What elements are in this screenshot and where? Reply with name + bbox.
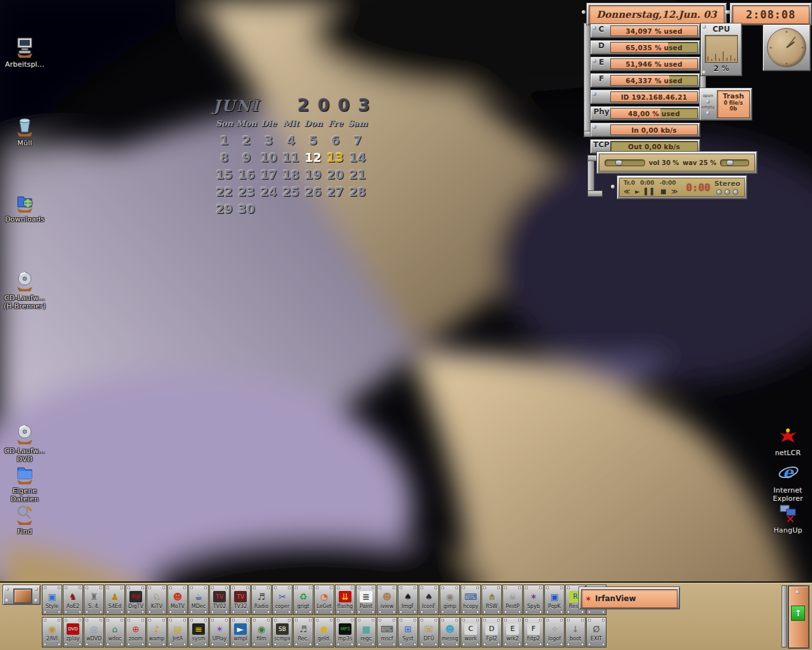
taskbar-app-button[interactable]: digi DigTV [126, 585, 146, 615]
taskbar-app-button[interactable]: ☕ MDec [188, 585, 209, 615]
taskbar-app-button[interactable]: ♪ wamp [147, 617, 167, 647]
taskbar-app-button[interactable]: ⌂ wdoc [105, 617, 125, 647]
taskbar-app-button[interactable]: TV TV32 [230, 585, 251, 615]
taskbar-app-button[interactable]: ☏ DFÜ [419, 617, 439, 647]
desktop-icon-downloads[interactable]: Downloads [0, 190, 49, 223]
taskbar-app-button[interactable]: ☻ MoTV [167, 585, 188, 615]
desktop-icon-hangup[interactable]: ✕ HangUp [763, 501, 812, 534]
desktop-icon-cd-dvd[interactable]: CD-Laufw... DVD [0, 422, 49, 463]
desktop-icon-my-documents[interactable]: Eigene Dateien [0, 462, 49, 503]
desktop-icon-find[interactable]: Find [0, 503, 49, 536]
taskbar-app-button[interactable]: ◉ 2AVI [42, 617, 62, 647]
desktop-icon-netlcr[interactable]: netLCR [763, 425, 812, 457]
taskbar-app-button[interactable]: ♟ S4Ed [105, 585, 125, 615]
taskbar-app-button[interactable]: ⊞ Syst [398, 617, 418, 647]
taskbar-app-button[interactable]: Ø EXIT [586, 617, 606, 647]
player-transport-buttons[interactable]: ≪ ► ▌▌ ■ ≫ [624, 188, 682, 195]
taskbar-app-button[interactable]: ♜ S. 4. [84, 585, 104, 615]
volume-slider[interactable] [605, 159, 645, 166]
taskbar-app-button[interactable]: ◉ gimp [440, 585, 460, 615]
taskbar-app-button[interactable]: ▣ PopK [544, 585, 565, 615]
taskbar-menu-button[interactable] [13, 588, 32, 604]
taskbar-app-button[interactable]: ♠ IconF [419, 585, 439, 615]
taskbar-app-button[interactable]: ◉ film [251, 617, 272, 647]
calendar-day: 30 [235, 202, 258, 219]
taskbar-app-button[interactable]: DVD zplay [63, 617, 83, 647]
app-icon: ⋔ [485, 591, 498, 602]
taskbar-app-button[interactable]: ● geld. [314, 617, 334, 647]
taskbar-app-button[interactable]: F fstp2 [523, 617, 544, 647]
taskbar-app-button[interactable]: ▦ regc [356, 617, 376, 647]
desktop-icon-internet-explorer[interactable]: e Internet Explorer [763, 461, 812, 503]
app-icon: ◔ [318, 591, 331, 602]
calendar-day: 16 [235, 168, 258, 185]
calendar-day: 18 [280, 168, 302, 185]
app-label: zplay [66, 636, 79, 642]
desktop-icon-cd-burner[interactable]: CD-Laufw... (H-Brenner) [0, 269, 49, 310]
taskbar-app-button[interactable]: ♞ AoE2 [63, 585, 83, 615]
calendar-day: 9 [235, 150, 258, 168]
app-icon: digi [129, 591, 142, 602]
meter-value: 48,00 % used [611, 109, 697, 118]
taskbar-app-button[interactable]: ✶ Spyb [523, 585, 544, 615]
taskbar-row-1: ▣ Style ♞ AoE2 ♜ S. 4. ♟ S4Ed [42, 585, 607, 615]
taskbar-app-button[interactable]: ✂ coper [272, 585, 292, 615]
taskbar-app-button[interactable]: ⌨ mscf [377, 617, 397, 647]
taskbar-app-button[interactable]: ☻ messg [440, 617, 460, 647]
meter-value: 65,035 % used [611, 43, 697, 52]
meter-led [593, 125, 596, 129]
taskbar-app-button[interactable]: ✧ logof [544, 617, 565, 647]
trash-empty-button[interactable] [706, 111, 710, 115]
taskbar-app-button[interactable]: ◔ LeGet [314, 585, 334, 615]
taskbar-app-button[interactable]: ☠ PestP [502, 585, 523, 615]
taskbar-app-button[interactable]: E wrk2 [502, 617, 523, 647]
volume-label: vol 30 % [649, 159, 679, 166]
taskbar-app-button[interactable]: ✶ UPlay [209, 617, 230, 647]
volume-slider-knob[interactable] [615, 160, 622, 166]
calendar-weekday: Mon [235, 119, 258, 128]
taskbar-app-button[interactable]: ⇊ flashg [335, 585, 355, 615]
app-label: iview [381, 604, 394, 609]
app-icon: ♟ [108, 591, 121, 602]
taskbar-app-button[interactable]: ↓ boot [565, 617, 586, 647]
taskbar-app-button[interactable]: ♠ ImgF [398, 585, 418, 615]
taskbar-app-button[interactable]: ⋔ RSW [481, 585, 502, 615]
taskbar-app-button[interactable]: ♬ Radio [251, 585, 272, 615]
taskbar-app-button[interactable]: ▣ Style [42, 585, 62, 615]
wave-slider[interactable] [720, 159, 749, 166]
taskbar-app-button[interactable]: D Fpl2 [481, 617, 502, 647]
taskbar-app-button[interactable]: ⊕ zoom [126, 617, 146, 647]
taskbar-app-button[interactable]: ♬ Rec. [293, 617, 313, 647]
calendar-day: 27 [324, 185, 346, 202]
taskbar-app-button[interactable]: MP3 mp3s [335, 617, 355, 647]
desktop-icon-trash[interactable]: Müll [0, 114, 49, 147]
taskbar-app-button[interactable]: ► wmpl [230, 617, 251, 647]
app-icon: ✶ [527, 591, 540, 602]
taskbar-app-button[interactable]: ☻ iview [377, 585, 397, 615]
taskbar-app-button[interactable]: ♻ grigt [293, 585, 313, 615]
taskbar-app-button[interactable]: SB scmpx [272, 617, 292, 647]
taskbar-app-button[interactable]: ⌨ hcopy [461, 585, 481, 615]
icon-label: CD-Laufw... DVD [0, 447, 49, 463]
up-arrow-button[interactable]: ↑ [791, 606, 805, 621]
app-icon: ▦ [360, 623, 372, 635]
taskbar-app-button[interactable]: ≣ Paint [356, 585, 376, 615]
trash-open-button[interactable] [706, 100, 710, 103]
taskbar-app-button[interactable]: TV TV02 [209, 585, 230, 615]
calendar-day: 22 [213, 185, 235, 202]
wave-slider-knob[interactable] [726, 160, 733, 166]
internet-explorer-icon: e [775, 461, 801, 486]
taskbar-app-button[interactable]: ◎ wDVD [84, 617, 104, 647]
irfanview-task-button[interactable]: ✶ IrfanView [579, 587, 680, 609]
app-label: Paint [360, 604, 372, 609]
taskbar-app-button[interactable]: ▤ JetA [167, 617, 188, 647]
meter-label: TCP [593, 140, 610, 149]
cpu-usage-value: 2 % [701, 64, 742, 73]
taskbar-app-button[interactable]: C work [461, 617, 481, 647]
calendar-weekday: Sam [346, 119, 369, 128]
app-icon: C [464, 623, 477, 635]
taskbar-app-button[interactable]: ≡ sysm [188, 617, 209, 647]
taskbar-app-button[interactable]: ♘ KiTV [147, 585, 167, 615]
desktop-icon-my-computer[interactable]: Arbeitspl... [0, 36, 49, 69]
app-icon: MP3 [339, 623, 351, 635]
